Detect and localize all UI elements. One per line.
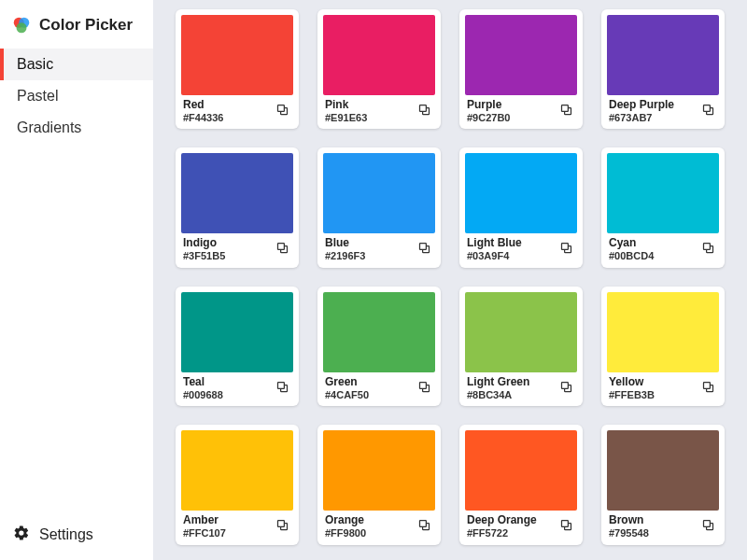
- swatch-hex: #FFEB3B: [609, 389, 655, 401]
- swatch-card: Light Blue#03A9F4: [459, 147, 583, 267]
- swatch-card: Blue#2196F3: [317, 147, 441, 267]
- swatch-info: Purple#9C27B0: [467, 99, 510, 123]
- swatch-card: Purple#9C27B0: [459, 9, 583, 129]
- swatch-hex: #FF9800: [325, 527, 366, 539]
- swatch-card: Amber#FFC107: [176, 425, 299, 544]
- copy-button[interactable]: [699, 101, 717, 119]
- swatch-footer: Blue#2196F3: [323, 233, 435, 263]
- swatch-color[interactable]: [181, 15, 293, 95]
- gear-icon: [13, 525, 30, 545]
- copy-button[interactable]: [416, 239, 433, 257]
- swatch-footer: Cyan#00BCD4: [607, 233, 719, 263]
- swatch-hex: #3F51B5: [183, 250, 225, 262]
- swatch-color[interactable]: [465, 15, 577, 95]
- svg-rect-18: [704, 244, 711, 250]
- swatch-footer: Indigo#3F51B5: [181, 233, 293, 263]
- copy-button[interactable]: [557, 239, 575, 257]
- swatch-color[interactable]: [607, 292, 719, 372]
- copy-button[interactable]: [416, 101, 433, 119]
- swatch-card: Deep Orange#FF5722: [459, 425, 583, 544]
- swatch-name: Deep Orange: [467, 514, 537, 527]
- copy-icon: [701, 518, 715, 532]
- swatch-footer: Pink#E91E63: [323, 95, 435, 125]
- swatch-color[interactable]: [323, 153, 435, 233]
- swatch-color[interactable]: [465, 430, 577, 511]
- svg-rect-26: [704, 382, 711, 388]
- swatch-color[interactable]: [465, 292, 577, 372]
- swatch-color[interactable]: [323, 430, 435, 511]
- sidebar-item-pastel[interactable]: Pastel: [0, 80, 153, 112]
- swatch-color[interactable]: [607, 430, 719, 511]
- swatch-hex: #00BCD4: [609, 250, 654, 262]
- copy-icon: [417, 380, 431, 394]
- svg-rect-32: [562, 521, 569, 527]
- swatch-hex: #4CAF50: [325, 389, 369, 401]
- swatch-card: Indigo#3F51B5: [176, 147, 299, 267]
- palette-icon: [11, 15, 32, 35]
- swatch-card: Red#F44336: [176, 9, 299, 129]
- svg-rect-4: [278, 105, 285, 112]
- svg-rect-34: [704, 521, 711, 527]
- sidebar-item-gradients[interactable]: Gradients: [0, 112, 153, 144]
- copy-button[interactable]: [274, 239, 291, 257]
- swatch-footer: Teal#009688: [181, 372, 293, 402]
- swatch-name: Pink: [325, 99, 367, 112]
- swatch-card: Green#4CAF50: [317, 287, 441, 406]
- swatch-card: Brown#795548: [601, 425, 725, 544]
- copy-button[interactable]: [274, 378, 291, 396]
- copy-button[interactable]: [416, 516, 433, 534]
- brand: Color Picker: [0, 9, 153, 49]
- swatch-grid: Red#F44336Pink#E91E63Purple#9C27B0Deep P…: [176, 9, 730, 545]
- settings-button[interactable]: Settings: [0, 511, 153, 560]
- swatch-hex: #F44336: [183, 112, 223, 124]
- copy-icon: [559, 380, 573, 394]
- swatch-color[interactable]: [607, 153, 719, 233]
- copy-icon: [417, 518, 431, 532]
- swatch-color[interactable]: [181, 430, 293, 511]
- copy-button[interactable]: [557, 516, 575, 534]
- svg-rect-14: [420, 244, 427, 250]
- swatch-footer: Deep Orange#FF5722: [465, 511, 577, 540]
- swatch-info: Blue#2196F3: [325, 237, 365, 261]
- swatch-info: Green#4CAF50: [325, 376, 369, 400]
- swatch-hex: #8BC34A: [467, 389, 529, 401]
- copy-button[interactable]: [699, 516, 717, 534]
- svg-point-2: [17, 22, 27, 33]
- swatch-hex: #FFC107: [183, 527, 226, 539]
- swatch-color[interactable]: [181, 292, 293, 372]
- swatch-color[interactable]: [465, 153, 577, 233]
- copy-icon: [559, 103, 573, 117]
- swatch-info: Light Green#8BC34A: [467, 376, 529, 400]
- sidebar-item-label: Gradients: [17, 119, 81, 135]
- swatch-footer: Light Green#8BC34A: [465, 372, 577, 402]
- sidebar-item-basic[interactable]: Basic: [0, 49, 153, 80]
- copy-button[interactable]: [699, 378, 717, 396]
- swatch-color[interactable]: [323, 15, 435, 95]
- swatch-name: Purple: [467, 99, 510, 112]
- copy-button[interactable]: [416, 378, 433, 396]
- swatch-color[interactable]: [323, 292, 435, 372]
- swatch-hex: #009688: [183, 389, 223, 401]
- swatch-footer: Green#4CAF50: [323, 372, 435, 402]
- copy-icon: [701, 103, 715, 117]
- copy-button[interactable]: [557, 101, 575, 119]
- sidebar-item-label: Basic: [17, 56, 53, 72]
- swatch-card: Light Green#8BC34A: [459, 287, 583, 406]
- swatch-name: Deep Purple: [609, 99, 674, 112]
- swatch-card: Yellow#FFEB3B: [601, 287, 725, 406]
- swatch-color[interactable]: [181, 153, 293, 233]
- swatch-name: Amber: [183, 514, 226, 527]
- swatch-footer: Purple#9C27B0: [465, 95, 577, 125]
- swatch-info: Cyan#00BCD4: [609, 237, 654, 261]
- copy-button[interactable]: [274, 101, 291, 119]
- swatch-footer: Orange#FF9800: [323, 511, 435, 540]
- svg-rect-22: [420, 382, 427, 388]
- swatch-info: Red#F44336: [183, 99, 223, 123]
- copy-button[interactable]: [699, 239, 717, 257]
- swatch-color[interactable]: [607, 15, 719, 95]
- swatch-name: Yellow: [609, 376, 655, 389]
- swatch-name: Teal: [183, 376, 223, 389]
- swatch-info: Teal#009688: [183, 376, 223, 400]
- copy-button[interactable]: [274, 516, 291, 534]
- copy-button[interactable]: [557, 378, 575, 396]
